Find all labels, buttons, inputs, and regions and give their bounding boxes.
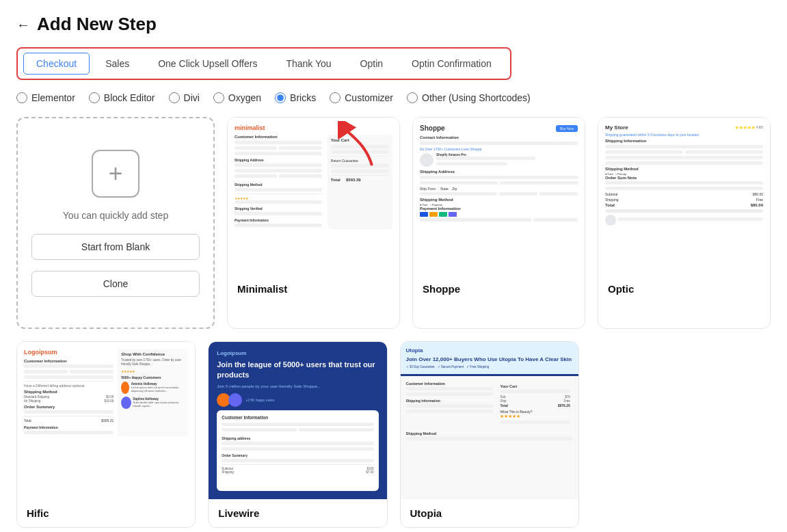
- add-icon: +: [92, 150, 139, 198]
- radio-customizer[interactable]: Customizer: [330, 92, 393, 103]
- template-livewire-label: Livewire: [209, 499, 386, 527]
- template-hific-preview: Logoipsum Customer Information Have a Di…: [17, 342, 195, 499]
- template-minimalist-preview: minimalist Customer Information Shipping…: [228, 118, 399, 275]
- page-header: ← Add New Step: [16, 14, 771, 35]
- template-grid-top: + You can quickly add step Start from Bl…: [16, 117, 771, 329]
- template-utopia[interactable]: Utopia Join Over 12,000+ Buyers Who Use …: [400, 341, 579, 528]
- template-optic-preview: My Store ⭐⭐⭐⭐⭐ 4.9/5 Shipping guaranteed…: [598, 118, 770, 275]
- page-title: Add New Step: [37, 14, 157, 35]
- radio-shortcodes[interactable]: Other (Using Shortcodes): [407, 92, 531, 103]
- back-button[interactable]: ←: [16, 18, 30, 31]
- template-minimalist-label: Minimalist: [228, 275, 399, 303]
- radio-divi[interactable]: Divi: [169, 92, 200, 103]
- template-utopia-preview: Utopia Join Over 12,000+ Buyers Who Use …: [401, 342, 578, 499]
- template-utopia-label: Utopia: [401, 499, 578, 527]
- template-hific[interactable]: Logoipsum Customer Information Have a Di…: [16, 341, 196, 528]
- tab-optin[interactable]: Optin: [347, 53, 396, 75]
- tab-thank-you[interactable]: Thank You: [273, 53, 344, 75]
- template-livewire-preview: Logoipsum Join the league of 5000+ users…: [209, 342, 386, 499]
- template-optic[interactable]: My Store ⭐⭐⭐⭐⭐ 4.9/5 Shipping guaranteed…: [598, 117, 771, 329]
- template-shoppe[interactable]: Shoppe Buy Now Contact Information Do Ov…: [412, 117, 585, 329]
- template-minimalist[interactable]: minimalist Customer Information Shipping…: [227, 117, 400, 329]
- radio-oxygen[interactable]: Oxygen: [213, 92, 261, 103]
- template-hific-label: Hific: [17, 499, 195, 527]
- tab-one-click-upsell[interactable]: One Click Upsell Offers: [145, 53, 270, 75]
- radio-block-editor[interactable]: Block Editor: [89, 92, 155, 103]
- step-type-tabs: Checkout Sales One Click Upsell Offers T…: [16, 47, 511, 80]
- tab-checkout[interactable]: Checkout: [23, 53, 90, 75]
- clone-button[interactable]: Clone: [31, 271, 200, 297]
- blank-card: + You can quickly add step Start from Bl…: [16, 117, 215, 329]
- radio-bricks[interactable]: Bricks: [275, 92, 316, 103]
- template-grid-bottom: Logoipsum Customer Information Have a Di…: [16, 341, 771, 528]
- tab-sales[interactable]: Sales: [92, 53, 142, 75]
- template-livewire[interactable]: Logoipsum Join the league of 5000+ users…: [208, 341, 387, 528]
- radio-elementor[interactable]: Elementor: [16, 92, 75, 103]
- template-shoppe-label: Shoppe: [413, 275, 585, 303]
- tab-optin-confirmation[interactable]: Optin Confirmation: [399, 53, 505, 75]
- start-from-blank-button[interactable]: Start from Blank: [31, 234, 200, 260]
- blank-card-text: You can quickly add step: [63, 209, 168, 223]
- editor-radio-group: Elementor Block Editor Divi Oxygen Brick…: [16, 92, 771, 103]
- template-shoppe-preview: Shoppe Buy Now Contact Information Do Ov…: [413, 118, 585, 275]
- template-optic-label: Optic: [598, 275, 770, 303]
